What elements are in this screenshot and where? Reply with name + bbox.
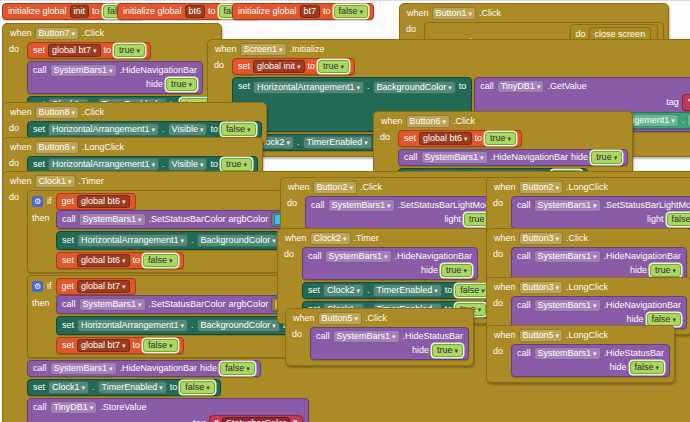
logic-false-dropdown[interactable]: false [220, 362, 255, 375]
property-dropdown-visible[interactable]: Visible [168, 123, 208, 136]
component-dropdown-button8[interactable]: Button8 [35, 106, 80, 119]
block-set-clock2-timer-enabled[interactable]: set Clock2 . TimerEnabled to false [302, 282, 496, 299]
logic-false-dropdown[interactable]: false [143, 339, 178, 352]
block-call-hide-navigation-bar[interactable]: call SystemBars1 .HideNavigationBar hide… [302, 247, 478, 280]
logic-true-dropdown[interactable]: true [432, 344, 463, 357]
logic-true-dropdown[interactable]: true [318, 60, 349, 73]
component-dropdown-ha1[interactable]: HorizontalArrangement1 [48, 158, 159, 171]
block-call-hide-navigation-bar[interactable]: call SystemBars1 .HideNavigationBar hide… [27, 61, 203, 94]
logic-false-dropdown[interactable]: false [630, 361, 665, 374]
logic-false-dropdown[interactable]: false [221, 123, 256, 136]
property-dropdown-timer-enabled[interactable]: TimerEnabled [373, 284, 442, 297]
block-call-set-status-bar-light-mode[interactable]: call SystemBars1 .SetStatusBarLightMode … [305, 196, 501, 229]
block-set-global-bt6[interactable]: set global bt6 to false [56, 252, 184, 269]
component-dropdown-ha1[interactable]: HorizontalArrangement1 [253, 81, 364, 94]
component-dropdown-systembars1[interactable]: SystemBars1 [333, 330, 400, 343]
logic-true-dropdown[interactable]: true [485, 132, 516, 145]
variable-name-bt7[interactable]: bt7 [300, 5, 321, 18]
variable-name-init[interactable]: init [70, 5, 90, 18]
block-call-set-status-bar-light-mode[interactable]: call SystemBars1 .SetStatusBarLightMode … [511, 196, 690, 229]
block-call-hide-navigation-bar[interactable]: call SystemBars1 .HideNavigationBar hide… [27, 360, 261, 377]
variable-dropdown-global-bt7[interactable]: global bt7 [77, 280, 130, 293]
component-dropdown-ha1[interactable]: HorizontalArrangement1 [77, 319, 188, 332]
property-dropdown-background-color[interactable]: BackgroundColor [197, 319, 280, 332]
component-dropdown-button7[interactable]: Button7 [35, 27, 80, 40]
logic-true-dropdown[interactable]: true [650, 264, 681, 277]
text-block-statusbarcolor[interactable]: " StatusbarColor " [682, 94, 690, 111]
block-set-global-init[interactable]: set global init to true [232, 58, 355, 75]
component-dropdown-button8[interactable]: Button8 [35, 141, 80, 154]
component-dropdown-tinydb1[interactable]: TinyDB1 [50, 401, 98, 414]
logic-true-dropdown[interactable]: true [166, 78, 197, 91]
mutator-gear-icon[interactable]: ⚙ [32, 196, 43, 207]
component-dropdown-ha1[interactable]: HorizontalArrangement1 [48, 123, 159, 136]
component-dropdown-clock1[interactable]: Clock1 [48, 381, 89, 394]
text-block-statusbarcolor[interactable]: " StatusbarColor " [209, 415, 304, 422]
logic-true-dropdown[interactable]: true [591, 151, 622, 164]
block-call-tinydb-storevalue[interactable]: call TinyDB1 .StoreValue tag " Statusbar… [27, 398, 309, 422]
block-call-hide-status-bar[interactable]: call SystemBars1 .HideStatusBar hide tru… [310, 327, 469, 360]
block-call-set-status-bar-color[interactable]: call SystemBars1 .SetStatusBarColor argb… [56, 295, 305, 314]
block-call-hide-navigation-bar[interactable]: call SystemBars1 .HideNavigationBar hide… [398, 149, 628, 166]
component-dropdown-button5[interactable]: Button5 [519, 329, 564, 342]
block-get-global-bt7[interactable]: get global bt7 [56, 278, 136, 295]
component-dropdown-systembars1[interactable]: SystemBars1 [328, 199, 395, 212]
block-when-button2-click[interactable]: when Button2 .Click do call SystemBars1 … [280, 177, 506, 235]
block-call-set-status-bar-color[interactable]: call SystemBars1 .SetStatusBarColor argb… [56, 210, 305, 229]
logic-false-dropdown[interactable]: false [455, 284, 490, 297]
logic-false-dropdown[interactable]: false [334, 5, 369, 18]
component-dropdown-systembars1[interactable]: SystemBars1 [50, 64, 117, 77]
property-dropdown-timer-enabled[interactable]: TimerEnabled [98, 381, 167, 394]
component-dropdown-button2[interactable]: Button2 [313, 181, 358, 194]
component-dropdown-systembars1[interactable]: SystemBars1 [79, 298, 146, 311]
property-dropdown-background-color[interactable]: BackgroundColor [373, 81, 456, 94]
logic-false-dropdown[interactable]: false [667, 213, 690, 226]
component-dropdown-systembars1[interactable]: SystemBars1 [325, 250, 392, 263]
block-get-global-bt6[interactable]: get global bt6 [56, 193, 136, 210]
component-dropdown-tinydb1[interactable]: TinyDB1 [497, 80, 545, 93]
component-dropdown-button5[interactable]: Button5 [318, 312, 363, 325]
block-when-button5-click[interactable]: when Button5 .Click do call SystemBars1 … [285, 308, 474, 366]
variable-dropdown-global-bt6[interactable]: global bt6 [77, 195, 130, 208]
text-value[interactable]: StatusbarColor [222, 417, 290, 422]
component-dropdown-button2[interactable]: Button2 [519, 181, 564, 194]
block-call-hide-navigation-bar[interactable]: call SystemBars1 .HideNavigationBar hide… [511, 247, 687, 280]
logic-false-dropdown[interactable]: false [143, 254, 178, 267]
component-dropdown-button1[interactable]: Button1 [432, 7, 477, 20]
property-dropdown-timer-enabled[interactable]: TimerEnabled [303, 136, 372, 149]
variable-dropdown-global-bt6[interactable]: global bt6 [419, 132, 472, 145]
variable-name-bt6[interactable]: bt6 [185, 5, 206, 18]
component-dropdown-systembars1[interactable]: SystemBars1 [534, 199, 601, 212]
block-when-button2-longclick[interactable]: when Button2 .LongClick do call SystemBa… [486, 177, 690, 235]
block-set-global-bt6[interactable]: set global bt6 to true [398, 130, 522, 147]
component-dropdown-clock2[interactable]: Clock2 [310, 232, 351, 245]
component-dropdown-button3[interactable]: Button3 [519, 232, 564, 245]
component-dropdown-systembars1[interactable]: SystemBars1 [421, 151, 488, 164]
block-when-button5-longclick[interactable]: when Button5 .LongClick do call SystemBa… [486, 325, 675, 383]
component-dropdown-button6[interactable]: Button6 [406, 115, 451, 128]
component-dropdown-clock1[interactable]: Clock1 [35, 175, 76, 188]
component-dropdown-clock2[interactable]: Clock2 [323, 284, 364, 297]
block-set-ha-visible[interactable]: set HorizontalArrangement1 . Visible to … [27, 121, 262, 138]
variable-dropdown-global-bt6[interactable]: global bt6 [77, 254, 130, 267]
component-dropdown-ha1[interactable]: HorizontalArrangement1 [77, 234, 188, 247]
component-dropdown-systembars1[interactable]: SystemBars1 [50, 362, 117, 375]
blocks-workspace[interactable]: initialize global init to false initiali… [0, 0, 690, 422]
logic-false-dropdown[interactable]: false [180, 381, 215, 394]
property-dropdown-background-color[interactable]: BackgroundColor [197, 234, 280, 247]
variable-dropdown-global-bt7[interactable]: global bt7 [77, 339, 130, 352]
property-dropdown-visible[interactable]: Visible [168, 158, 208, 171]
variable-dropdown-global-init[interactable]: global init [253, 60, 305, 73]
logic-true-dropdown[interactable]: true [114, 44, 145, 57]
component-dropdown-systembars1[interactable]: SystemBars1 [534, 250, 601, 263]
block-set-global-bt7[interactable]: set global bt7 to false [56, 337, 184, 354]
component-dropdown-button3[interactable]: Button3 [519, 281, 564, 294]
block-set-global-bt7[interactable]: set global bt7 to true [27, 42, 151, 59]
component-dropdown-screen1[interactable]: Screen1 [240, 43, 287, 56]
variable-dropdown-global-bt7[interactable]: global bt7 [48, 44, 101, 57]
component-dropdown-systembars1[interactable]: SystemBars1 [534, 299, 601, 312]
component-dropdown-systembars1[interactable]: SystemBars1 [534, 347, 601, 360]
block-set-clock1-timer-enabled[interactable]: set Clock1 . TimerEnabled to false [27, 379, 221, 396]
mutator-gear-icon[interactable]: ⚙ [32, 281, 43, 292]
component-dropdown-systembars1[interactable]: SystemBars1 [79, 213, 146, 226]
